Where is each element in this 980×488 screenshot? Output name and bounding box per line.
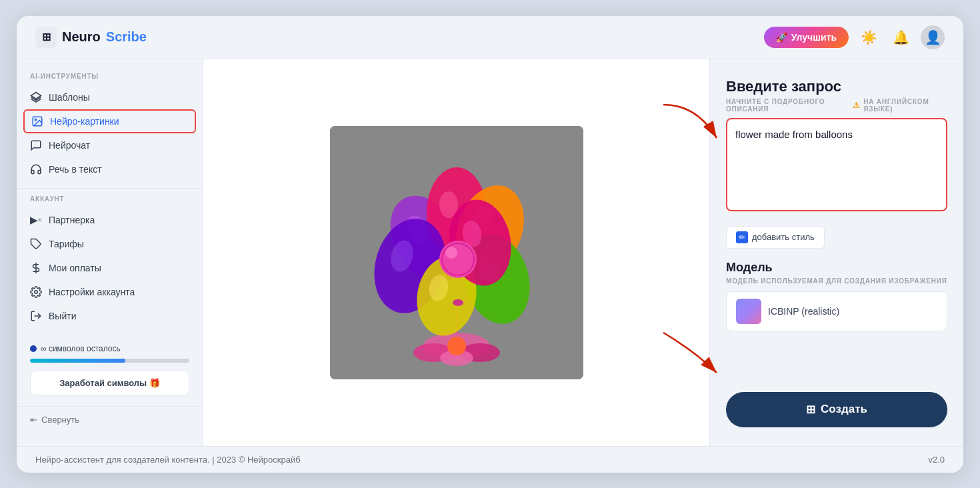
logo-scribe: Scribe — [106, 29, 147, 45]
create-button[interactable]: ⊞ Создать — [726, 392, 947, 427]
footer: Нейро-ассистент для создателей контента.… — [17, 446, 963, 473]
progress-bar-fill — [30, 359, 125, 363]
model-selector[interactable]: ICBINP (realistic) — [726, 291, 947, 331]
infinity-dot — [30, 345, 37, 352]
svg-point-6 — [35, 290, 38, 293]
upgrade-label: Улучшить — [791, 32, 837, 43]
subtitle-warning: НА АНГЛИЙСКОМ ЯЗЫКЕ) — [863, 98, 947, 113]
chat-icon — [30, 139, 42, 151]
header: ⊞ NeuroScribe 🚀 Улучшить ☀️ 🔔 👤 — [17, 16, 963, 59]
footer-version: v2.0 — [928, 455, 945, 465]
sidebar: AI-Инструменты Шаблоны — [17, 59, 203, 446]
main-layout: AI-Инструменты Шаблоны — [17, 59, 963, 446]
dollar-icon — [30, 262, 42, 274]
partner-icon: ▶ — [30, 214, 42, 226]
model-thumbnail — [736, 299, 761, 324]
theme-toggle-button[interactable]: ☀️ — [857, 25, 881, 49]
model-section: Модель МОДЕЛЬ ИСПОЛЬЗУЕМАЯ ДЛЯ СОЗДАНИЯ … — [726, 261, 947, 331]
tag-icon — [30, 238, 42, 250]
create-label: Создать — [821, 403, 867, 416]
model-subtitle: МОДЕЛЬ ИСПОЛЬЗУЕМАЯ ДЛЯ СОЗДАНИЯ ИЗОБРАЖ… — [726, 277, 947, 285]
sun-icon: ☀️ — [861, 29, 877, 45]
model-section-title: Модель — [726, 261, 947, 275]
sidebar-item-templates[interactable]: Шаблоны — [17, 85, 203, 109]
footer-copyright: Нейро-ассистент для создателей контента.… — [35, 455, 301, 465]
panel-title: Введите запрос — [726, 78, 947, 95]
partner-label: Партнерка — [49, 215, 95, 225]
sidebar-item-speech[interactable]: Речь в текст — [17, 157, 203, 181]
sidebar-item-neurochat[interactable]: Нейрочат — [17, 133, 203, 157]
logout-icon — [30, 310, 42, 322]
sidebar-item-neuro-images[interactable]: Нейро-картинки — [23, 109, 196, 133]
rocket-icon: 🚀 — [776, 32, 787, 43]
prompt-section: Введите запрос НАЧНИТЕ С ПОДРОБНОГО ОПИС… — [726, 78, 947, 214]
sidebar-section-ai: AI-Инструменты — [17, 73, 203, 85]
collapse-label: Свернуть — [41, 415, 79, 425]
progress-bar-bg — [30, 359, 189, 363]
avatar[interactable]: 👤 — [921, 25, 945, 49]
sidebar-bottom: ∞ символов осталось Заработай символы 🎁 — [17, 344, 203, 406]
notifications-button[interactable]: 🔔 — [889, 25, 913, 49]
neurochat-label: Нейрочат — [49, 140, 90, 151]
prompt-textarea[interactable]: flower made from balloons — [726, 118, 947, 211]
warning-icon: ⚠ — [853, 101, 861, 110]
speech-label: Речь в текст — [49, 164, 102, 175]
collapse-icon: ⇤ — [30, 415, 37, 425]
svg-point-2 — [35, 119, 36, 120]
user-icon: 👤 — [925, 29, 941, 45]
svg-point-14 — [447, 337, 466, 355]
subtitle-text: НАЧНИТЕ С ПОДРОБНОГО ОПИСАНИЯ — [726, 98, 850, 113]
sidebar-section-account: Аккаунт — [17, 195, 203, 208]
sidebar-item-settings[interactable]: Настройки аккаунта — [17, 280, 203, 304]
content-area — [203, 59, 710, 446]
layers-icon — [30, 91, 42, 103]
upgrade-button[interactable]: 🚀 Улучшить — [764, 27, 849, 48]
logout-label: Выйти — [49, 311, 76, 321]
sidebar-item-tariffs[interactable]: Тарифы — [17, 232, 203, 256]
account-settings-label: Настройки аккаунта — [49, 287, 135, 297]
sidebar-item-logout[interactable]: Выйти — [17, 304, 203, 328]
earn-button[interactable]: Заработай символы 🎁 — [30, 371, 189, 395]
balloon-flower-image — [330, 126, 583, 379]
header-right: 🚀 Улучшить ☀️ 🔔 👤 — [764, 25, 945, 49]
app-container: ⊞ NeuroScribe 🚀 Улучшить ☀️ 🔔 👤 AI-Инстр… — [17, 16, 963, 473]
add-style-button[interactable]: ✏ добавить стиль — [726, 226, 825, 249]
sidebar-item-payments[interactable]: Мои оплаты — [17, 256, 203, 280]
balloon-flower-svg — [330, 126, 583, 379]
collapse-button[interactable]: ⇤ Свернуть — [17, 406, 203, 433]
logo-neuro: Neuro — [62, 29, 101, 45]
create-icon: ⊞ — [806, 403, 815, 417]
neuro-images-label: Нейро-картинки — [50, 116, 119, 127]
right-panel: Введите запрос НАЧНИТЕ С ПОДРОБНОГО ОПИС… — [710, 59, 963, 446]
svg-point-32 — [453, 299, 463, 306]
payments-label: Мои оплаты — [49, 263, 101, 273]
tariffs-label: Тарифы — [49, 239, 84, 249]
headphones-icon — [30, 163, 42, 175]
sidebar-divider-1 — [17, 188, 203, 189]
symbols-label: ∞ символов осталось — [41, 344, 121, 353]
logo-icon: ⊞ — [35, 27, 57, 48]
svg-point-3 — [39, 218, 40, 219]
symbols-row: ∞ символов осталось — [30, 344, 189, 353]
sidebar-item-partner[interactable]: ▶ Партнерка — [17, 208, 203, 232]
logo: ⊞ NeuroScribe — [35, 27, 147, 48]
settings-icon — [30, 286, 42, 298]
model-thumb-inner — [736, 299, 761, 324]
model-name: ICBINP (realistic) — [768, 306, 839, 317]
add-style-icon: ✏ — [736, 231, 748, 243]
panel-subtitle: НАЧНИТЕ С ПОДРОБНОГО ОПИСАНИЯ ⚠ НА АНГЛИ… — [726, 98, 947, 113]
image-icon — [31, 115, 43, 127]
templates-label: Шаблоны — [49, 92, 90, 103]
bell-icon: 🔔 — [893, 29, 909, 45]
add-style-label: добавить стиль — [752, 232, 815, 242]
svg-point-29 — [439, 241, 477, 278]
